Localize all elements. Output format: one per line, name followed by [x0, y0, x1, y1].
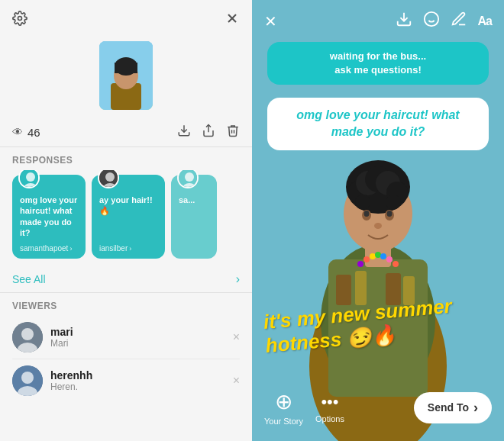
- viewer-name-herenhh: herenhh: [50, 369, 225, 381]
- story-top-bar: ✕: [252, 0, 504, 42]
- svg-point-52: [380, 253, 386, 259]
- story-thumbnail: [0, 35, 252, 119]
- left-header: [0, 0, 252, 35]
- svg-point-0: [18, 17, 22, 21]
- viewer-name-mari: mari: [50, 326, 225, 338]
- svg-point-53: [386, 256, 393, 262]
- viewer-item-mari: mari Mari ×: [0, 316, 252, 359]
- viewer-handle-mari: Mari: [50, 338, 225, 349]
- viewers-section: mari Mari × herenhh Heren. ×: [0, 316, 252, 441]
- svg-point-54: [393, 261, 399, 267]
- response-text-3: sa...: [179, 195, 209, 253]
- story-close-button[interactable]: ✕: [264, 12, 277, 31]
- viewer-handle-herenhh: Heren.: [50, 381, 225, 392]
- question-sticker: waiting for the bus... ask me questions!: [267, 42, 489, 85]
- svg-point-57: [424, 12, 438, 26]
- response-text-1: omg love your haircut! what made you do …: [20, 195, 78, 240]
- responses-section-label: RESPONSES: [0, 147, 252, 170]
- svg-point-51: [375, 252, 381, 258]
- viewer-avatar-mari: [12, 322, 43, 352]
- download-icon[interactable]: [177, 124, 191, 140]
- delete-icon[interactable]: [226, 124, 240, 140]
- viewer-close-herenhh[interactable]: ×: [233, 374, 240, 388]
- story-sticker-icon[interactable]: [423, 11, 440, 31]
- svg-point-55: [357, 261, 363, 267]
- response-username-1: samanthapoet ›: [20, 244, 78, 253]
- svg-point-50: [370, 253, 376, 259]
- see-all-chevron-icon: ›: [236, 272, 240, 286]
- gear-icon[interactable]: [12, 11, 27, 29]
- response-card-1[interactable]: omg love your haircut! what made you do …: [12, 175, 86, 259]
- svg-point-24: [21, 372, 34, 384]
- response-username-2: iansilber ›: [99, 244, 157, 253]
- story-draw-icon[interactable]: [451, 11, 467, 31]
- responses-row: omg love your haircut! what made you do …: [0, 170, 252, 266]
- close-icon[interactable]: [225, 11, 240, 29]
- stats-actions: [177, 124, 240, 140]
- viewer-avatar-herenhh: [12, 365, 43, 396]
- response-avatar-1: [18, 170, 40, 188]
- your-story-button[interactable]: ⊕ Your Story: [264, 389, 303, 426]
- left-panel: 👁 46: [0, 0, 252, 441]
- svg-rect-8: [115, 63, 137, 73]
- right-panel: ✕: [252, 0, 504, 441]
- your-story-icon: ⊕: [275, 389, 292, 414]
- response-avatar-2: [98, 170, 119, 188]
- svg-point-18: [185, 172, 194, 182]
- svg-point-46: [364, 211, 370, 217]
- see-all-row[interactable]: See All ›: [0, 266, 252, 292]
- send-to-button[interactable]: Send To ›: [414, 392, 492, 423]
- story-bottom-bar: ⊕ Your Story ••• Options Send To ›: [252, 380, 504, 441]
- viewer-close-mari[interactable]: ×: [233, 330, 240, 344]
- see-all-label: See All: [12, 273, 46, 285]
- stats-bar: 👁 46: [0, 119, 252, 146]
- share-icon[interactable]: [202, 124, 215, 140]
- response-sticker: omg love your haircut! what made you do …: [267, 98, 489, 150]
- viewer-info-herenhh: herenhh Heren.: [50, 369, 225, 392]
- your-story-label: Your Story: [264, 417, 303, 426]
- svg-rect-31: [355, 271, 367, 305]
- svg-point-43: [386, 195, 401, 210]
- send-to-chevron-icon: ›: [473, 400, 478, 416]
- svg-point-47: [387, 211, 393, 217]
- story-text-icon[interactable]: Aa: [478, 14, 492, 28]
- eye-icon: 👁: [12, 126, 23, 138]
- send-to-label: Send To: [428, 401, 469, 414]
- viewers-section-label: VIEWERS: [0, 293, 252, 316]
- svg-rect-30: [336, 275, 351, 305]
- svg-point-12: [26, 172, 35, 182]
- story-top-actions: Aa: [396, 11, 492, 31]
- story-thumb-image: [99, 41, 153, 110]
- viewer-item-herenhh: herenhh Heren. ×: [0, 359, 252, 402]
- svg-point-49: [363, 256, 370, 262]
- options-icon: •••: [321, 392, 338, 412]
- question-sticker-text: waiting for the bus... ask me questions!: [278, 50, 478, 77]
- svg-point-21: [21, 328, 34, 340]
- svg-point-48: [374, 223, 382, 229]
- story-download-icon[interactable]: [396, 11, 412, 31]
- svg-point-42: [355, 195, 370, 210]
- options-button[interactable]: ••• Options: [315, 392, 344, 423]
- viewer-info-mari: mari Mari: [50, 326, 225, 349]
- response-card-2[interactable]: ay your hair!! 🔥 iansilber ›: [92, 175, 165, 259]
- views-count: 46: [27, 126, 40, 139]
- response-sticker-text: omg love your haircut! what made you do …: [279, 107, 477, 141]
- response-text-2: ay your hair!! 🔥: [99, 195, 157, 240]
- response-avatar-3: [177, 170, 199, 188]
- options-label: Options: [315, 414, 344, 423]
- response-card-3[interactable]: sa...: [171, 175, 217, 259]
- svg-point-15: [105, 172, 115, 182]
